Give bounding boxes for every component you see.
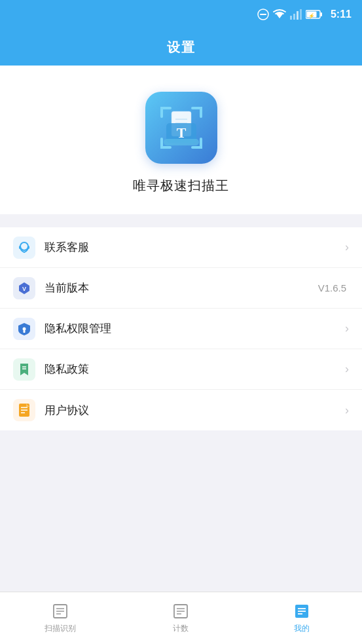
app-name: 唯寻极速扫描王 (133, 177, 229, 195)
chevron-right-icon: › (345, 240, 349, 254)
svg-rect-18 (164, 139, 199, 145)
nav-item-scan[interactable]: 扫描识别 (0, 592, 120, 644)
svg-rect-20 (19, 246, 21, 249)
chevron-right-icon-4: › (345, 404, 349, 417)
privacy-mgmt-icon-bg (13, 318, 35, 340)
status-bar: ⚡ 5:11 (0, 0, 362, 29)
svg-point-23 (23, 327, 26, 330)
mine-nav-label: 我的 (294, 623, 310, 634)
svg-marker-2 (276, 13, 283, 18)
document-icon (17, 403, 31, 417)
current-version-label: 当前版本 (45, 280, 318, 295)
status-icons: ⚡ 5:11 (257, 9, 352, 20)
svg-rect-6 (300, 9, 302, 20)
svg-text:V: V (22, 286, 26, 292)
customer-service-icon-bg (13, 237, 35, 259)
user-agreement-label: 用户协议 (45, 403, 345, 418)
chevron-right-icon-2: › (345, 322, 349, 335)
headset-icon (17, 240, 31, 255)
nav-item-count[interactable]: 计数 (120, 592, 241, 644)
menu-item-privacy-management[interactable]: 隐私权限管理 › (0, 309, 362, 349)
menu-item-privacy-policy[interactable]: 隐私政策 › (0, 349, 362, 390)
chevron-right-icon-3: › (345, 362, 349, 376)
wifi-icon (273, 9, 286, 20)
dnd-icon (257, 9, 269, 20)
scan-nav-icon (51, 602, 69, 620)
bottom-navigation: 扫描识别 计数 我的 (0, 592, 362, 644)
menu-item-customer-service[interactable]: 联系客服 › (0, 227, 362, 268)
status-time: 5:11 (331, 9, 352, 20)
content-area: T 唯寻极速扫描王 联系客服 › (0, 66, 362, 592)
privacy-mgmt-label: 隐私权限管理 (45, 321, 345, 336)
nav-item-mine[interactable]: 我的 (242, 592, 362, 644)
mine-icon (293, 603, 310, 620)
menu-item-current-version: V 当前版本 V1.6.5 (0, 268, 362, 309)
battery-icon: ⚡ (306, 10, 323, 19)
privacy-policy-icon-bg (13, 358, 35, 381)
app-header: 设置 (0, 29, 362, 66)
count-icon (172, 603, 189, 620)
mine-nav-icon (293, 602, 311, 620)
count-nav-icon (172, 602, 190, 620)
customer-service-label: 联系客服 (45, 240, 345, 255)
menu-section: 联系客服 › V 当前版本 V1.6.5 隐私权限管 (0, 227, 362, 430)
signal-icon (290, 9, 302, 20)
svg-rect-24 (24, 330, 26, 333)
app-icon-graphic: T (152, 98, 211, 157)
version-icon-bg: V (13, 277, 35, 299)
scan-icon (52, 603, 69, 620)
svg-rect-8 (320, 12, 322, 16)
app-icon: T (145, 92, 217, 164)
svg-text:T: T (176, 124, 186, 141)
count-nav-label: 计数 (173, 623, 189, 634)
version-value: V1.6.5 (318, 282, 346, 294)
scan-nav-label: 扫描识别 (45, 623, 76, 634)
privacy-policy-label: 隐私政策 (45, 362, 345, 377)
version-icon: V (17, 281, 31, 295)
user-agreement-icon-bg (13, 399, 35, 421)
shield-lock-icon (17, 322, 31, 336)
app-icon-section: T 唯寻极速扫描王 (0, 66, 362, 214)
svg-text:⚡: ⚡ (308, 12, 315, 19)
svg-rect-21 (27, 246, 29, 249)
bookmark-icon (17, 362, 31, 377)
svg-rect-4 (293, 14, 295, 20)
svg-rect-3 (290, 16, 292, 20)
menu-item-user-agreement[interactable]: 用户协议 › (0, 390, 362, 430)
page-title: 设置 (167, 39, 196, 56)
svg-rect-5 (297, 11, 299, 20)
